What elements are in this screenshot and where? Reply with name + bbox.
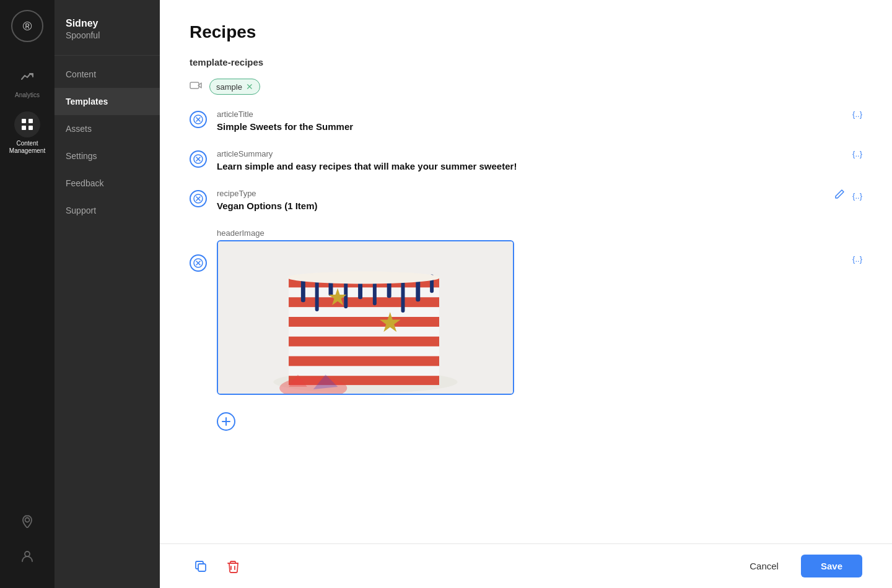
field-row-article-title: articleTitle Simple Sweets for the Summe…: [190, 110, 862, 132]
svg-text:★: ★: [378, 308, 402, 337]
tag-label: sample: [216, 82, 242, 92]
field-action-article-title[interactable]: {..}: [852, 110, 862, 119]
tag-remove-button[interactable]: ✕: [246, 82, 253, 92]
sidebar-item-support[interactable]: Support: [55, 197, 160, 224]
analytics-label: Analytics: [15, 92, 40, 99]
sidebar-item-assets[interactable]: Assets: [55, 115, 160, 142]
cancel-button[interactable]: Cancel: [735, 555, 794, 577]
field-content-recipe-type: recipeType Vegan Options (1 Item): [217, 189, 824, 211]
brand-sub: Spoonful: [66, 30, 149, 40]
field-value-recipe-type: Vegan Options (1 Item): [217, 201, 824, 211]
delete-button[interactable]: [222, 555, 244, 577]
field-actions-header-image: {..}: [842, 254, 862, 264]
svg-rect-27: [289, 356, 439, 366]
svg-point-42: [287, 272, 440, 284]
header-image-container[interactable]: ★ ★: [217, 240, 514, 395]
user-profile-icon[interactable]: [15, 543, 40, 568]
field-row-header-image: headerImage: [190, 228, 862, 395]
field-row-recipe-type: recipeType Vegan Options (1 Item) {..}: [190, 189, 862, 211]
field-actions-article-summary: {..}: [842, 149, 862, 158]
field-content-header-image: headerImage: [217, 228, 842, 395]
field-edit-icon-recipe-type[interactable]: [834, 189, 845, 203]
main-content: Recipes template-recipes sample ✕: [160, 0, 892, 588]
svg-rect-6: [190, 82, 199, 89]
field-label-recipe-type: recipeType: [217, 189, 824, 198]
analytics-icon: [14, 63, 40, 89]
tag-row: sample ✕: [190, 79, 862, 95]
save-button[interactable]: Save: [801, 555, 862, 577]
toolbar-left: [190, 555, 725, 577]
content-management-icon: [14, 111, 40, 137]
page-title: Recipes: [190, 22, 862, 42]
add-field-button[interactable]: [217, 412, 235, 431]
field-label-article-summary: articleSummary: [217, 149, 842, 158]
field-label-article-title: articleTitle: [217, 110, 842, 119]
location-icon[interactable]: [15, 509, 40, 534]
tag-icon: [190, 80, 202, 93]
sidebar-icon-content-management[interactable]: Content Management: [0, 105, 55, 161]
sidebar-nav: Content Templates Assets Settings Feedba…: [55, 56, 160, 588]
field-remove-recipe-type[interactable]: [190, 190, 207, 207]
svg-point-5: [25, 551, 30, 556]
main-body: Recipes template-recipes sample ✕: [160, 0, 892, 543]
svg-rect-0: [22, 119, 26, 123]
sidebar-item-feedback[interactable]: Feedback: [55, 170, 160, 197]
field-label-header-image: headerImage: [217, 228, 842, 238]
icon-sidebar-bottom: [15, 509, 40, 578]
field-value-article-title: Simple Sweets for the Summer: [217, 121, 842, 132]
sidebar-item-settings[interactable]: Settings: [55, 142, 160, 170]
sidebar-item-templates[interactable]: Templates: [55, 88, 160, 115]
sidebar-brand: Sidney Spoonful: [55, 0, 160, 56]
field-value-article-summary: Learn simple and easy recipes that will …: [217, 161, 842, 171]
content-management-label: Content Management: [2, 140, 52, 155]
field-content-article-summary: articleSummary Learn simple and easy rec…: [217, 149, 842, 171]
field-remove-header-image[interactable]: [190, 254, 207, 272]
svg-rect-25: [289, 317, 439, 327]
svg-rect-48: [198, 564, 206, 571]
icon-sidebar: ® Analytics Content Management: [0, 0, 55, 588]
bottom-toolbar: Cancel Save: [160, 543, 892, 588]
copy-button[interactable]: [190, 555, 212, 577]
field-remove-article-title[interactable]: [190, 111, 207, 128]
svg-rect-2: [22, 126, 26, 130]
brand-icon-symbol: ®: [23, 19, 32, 33]
cake-image: ★ ★: [218, 240, 513, 395]
field-actions-article-title: {..}: [842, 110, 862, 119]
field-content-article-title: articleTitle Simple Sweets for the Summe…: [217, 110, 842, 132]
sidebar-icon-analytics[interactable]: Analytics: [0, 57, 55, 105]
add-field-row: [190, 412, 862, 431]
field-action-article-summary[interactable]: {..}: [852, 149, 862, 158]
field-action-recipe-type[interactable]: {..}: [852, 191, 862, 201]
text-sidebar: Sidney Spoonful Content Templates Assets…: [55, 0, 160, 588]
icon-sidebar-top: ® Analytics Content Management: [0, 10, 55, 504]
svg-rect-26: [289, 337, 439, 347]
sidebar-item-content[interactable]: Content: [55, 61, 160, 88]
brand-name: Sidney: [66, 17, 149, 30]
svg-rect-3: [28, 126, 33, 130]
field-action-header-image[interactable]: {..}: [852, 254, 862, 264]
field-remove-article-summary[interactable]: [190, 150, 207, 168]
field-actions-recipe-type: {..}: [824, 189, 862, 203]
template-name: template-recipes: [190, 57, 862, 67]
svg-point-4: [25, 518, 30, 522]
field-row-article-summary: articleSummary Learn simple and easy rec…: [190, 149, 862, 171]
brand-logo[interactable]: ®: [11, 10, 43, 42]
toolbar-right: Cancel Save: [735, 555, 862, 577]
svg-text:★: ★: [327, 284, 348, 310]
tag-badge: sample ✕: [209, 79, 260, 95]
svg-rect-1: [28, 119, 33, 123]
